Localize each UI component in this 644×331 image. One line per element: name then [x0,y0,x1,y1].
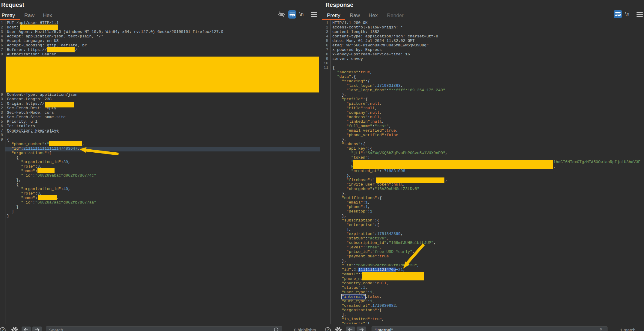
svg-text:?: ? [327,328,329,331]
svg-text:?: ? [1,328,4,331]
